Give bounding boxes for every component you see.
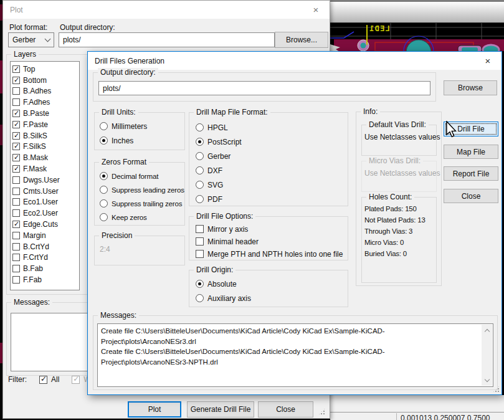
checkbox-icon	[196, 237, 204, 246]
default-vias-drill-label: Default Vias Drill:	[366, 120, 429, 130]
status-bar-separator	[396, 413, 397, 420]
radio-gerber[interactable]: Gerber	[196, 151, 344, 161]
layer-checkbox[interactable]	[12, 77, 20, 84]
plot-button[interactable]: Plot	[128, 401, 181, 418]
status-bar-divider	[330, 412, 504, 413]
layer-row[interactable]: Dwgs.User	[12, 174, 79, 186]
layer-checkbox[interactable]	[12, 176, 20, 184]
browse-button[interactable]: Browse...	[275, 32, 328, 48]
close-icon[interactable]: ×	[302, 1, 330, 19]
layer-row[interactable]: B.SilkS	[12, 130, 79, 141]
radio-auxiliary-axis[interactable]: Auxiliary axis	[196, 294, 344, 303]
layer-checkbox[interactable]	[12, 232, 20, 239]
layers-listbox[interactable]: Top Bottom B.Adhes F.Adhes B.Paste F.Pas…	[10, 61, 80, 290]
radio-dxf[interactable]: DXF	[196, 166, 344, 175]
radio-absolute[interactable]: Absolute	[196, 279, 344, 289]
layer-checkbox[interactable]	[12, 265, 20, 272]
radio-suppress-leading-zeros[interactable]: Suppress leading zeros	[100, 185, 183, 194]
layer-checkbox[interactable]	[12, 198, 20, 206]
layer-row[interactable]: B.Mask	[12, 152, 79, 163]
layer-checkbox[interactable]	[12, 143, 20, 150]
drill-output-directory-input[interactable]: plots/	[98, 81, 430, 95]
layer-row[interactable]: F.Adhes	[12, 97, 79, 108]
layer-row[interactable]: F.SilkS	[12, 141, 79, 153]
checkbox-merge-pth-npth[interactable]: Merge PTH and NPTH holes into one file	[196, 249, 345, 259]
scroll-down-icon[interactable]	[485, 376, 489, 386]
close-icon[interactable]: ×	[474, 52, 502, 70]
layer-row[interactable]: Top	[12, 64, 79, 75]
layer-row[interactable]: F.Fab	[12, 274, 79, 285]
drill-messages-box[interactable]: Create file C:\Users\BitteleUser\Documen…	[97, 323, 493, 387]
layer-row[interactable]: B.Adhes	[12, 86, 79, 97]
layer-checkbox[interactable]	[12, 276, 20, 284]
drill-dialog-titlebar[interactable]: Drill Files Generation ×	[88, 52, 502, 70]
output-directory-input[interactable]: plots/	[59, 32, 275, 47]
layer-row[interactable]: Eco2.User	[12, 208, 79, 219]
filter-label: Filter:	[8, 375, 27, 384]
layer-row[interactable]: Edge.Cuts	[12, 219, 79, 230]
messages-scrollbar[interactable]	[482, 325, 492, 386]
plot-format-dropdown[interactable]: Gerber	[8, 32, 54, 47]
output-directory-label: Output directory:	[60, 23, 115, 32]
drill-units-label: Drill Units:	[99, 108, 138, 117]
info-group: Info: Default Vias Drill: Use Netclasses…	[356, 112, 442, 286]
layer-label: B.Fab	[23, 264, 43, 273]
layer-checkbox[interactable]	[12, 188, 20, 195]
layer-row[interactable]: Margin	[12, 230, 79, 241]
layer-row[interactable]: Eco1.User	[12, 197, 79, 208]
resize-grip-icon[interactable]	[318, 408, 326, 416]
drill-messages-label: Messages:	[98, 311, 139, 320]
default-vias-drill-group: Default Vias Drill: Use Netclasses value…	[361, 125, 437, 156]
layer-checkbox[interactable]	[12, 254, 20, 261]
drill-origin-group: Drill Origin: Absolute Auxiliary axis	[189, 270, 348, 307]
generate-drill-file-button[interactable]: Generate Drill File	[187, 401, 254, 418]
plot-dialog-titlebar[interactable]: Plot ×	[3, 1, 330, 19]
radio-millimeters[interactable]: Millimeters	[100, 122, 181, 131]
radio-postscript[interactable]: PostScript	[196, 137, 344, 146]
layer-checkbox[interactable]	[12, 221, 20, 228]
layer-row[interactable]: F.Paste	[12, 119, 79, 130]
drill-origin-label: Drill Origin:	[194, 265, 235, 275]
filter-all-checkbox[interactable]	[39, 376, 47, 384]
drill-browse-button[interactable]: Browse	[444, 80, 497, 95]
layer-row[interactable]: B.Paste	[12, 108, 79, 119]
radio-svg[interactable]: SVG	[196, 180, 344, 189]
radio-label: DXF	[207, 166, 222, 175]
radio-hpgl[interactable]: HPGL	[196, 123, 344, 132]
layer-checkbox[interactable]	[12, 165, 20, 173]
checkbox-mirror-y-axis[interactable]: Mirror y axis	[196, 224, 345, 234]
holes-count-micro-vias: Micro Vias: 0	[364, 239, 436, 246]
layer-checkbox[interactable]	[12, 65, 20, 73]
plot-close-button[interactable]: Close	[258, 401, 313, 418]
radio-decimal-format[interactable]: Decimal format	[100, 171, 183, 181]
layer-row[interactable]: F.Mask	[12, 163, 79, 174]
layer-checkbox[interactable]	[12, 132, 20, 140]
layer-checkbox[interactable]	[12, 209, 20, 217]
layer-row[interactable]: B.Fab	[12, 263, 79, 274]
drill-dialog-close-button[interactable]: Close	[444, 189, 498, 203]
layer-checkbox[interactable]	[12, 243, 20, 251]
filter-warnings-checkbox[interactable]	[72, 376, 80, 384]
layer-checkbox[interactable]	[12, 121, 20, 128]
precision-label: Precision	[99, 231, 135, 241]
radio-keep-zeros[interactable]: Keep zeros	[100, 212, 183, 222]
layer-checkbox[interactable]	[12, 110, 20, 117]
layer-row[interactable]: Cmts.User	[12, 186, 79, 197]
checkbox-minimal-header[interactable]: Minimal header	[196, 237, 345, 246]
radio-label: Gerber	[207, 152, 231, 161]
layer-checkbox[interactable]	[12, 87, 20, 95]
layer-checkbox[interactable]	[12, 154, 20, 161]
scroll-up-icon[interactable]	[485, 325, 489, 335]
layer-checkbox[interactable]	[12, 98, 20, 106]
map-file-button[interactable]: Map File	[444, 145, 498, 159]
report-file-button[interactable]: Report File	[444, 166, 498, 181]
radio-icon	[100, 122, 108, 130]
layer-row[interactable]: Bottom	[12, 75, 79, 86]
layer-row[interactable]: F.CrtYd	[12, 252, 79, 264]
radio-label: PostScript	[207, 138, 242, 146]
radio-pdf[interactable]: PDF	[196, 194, 344, 204]
holes-count-buried-vias: Buried Vias: 0	[364, 250, 436, 257]
radio-suppress-trailing-zeros[interactable]: Suppress trailing zeros	[100, 199, 183, 208]
layer-row[interactable]: B.CrtYd	[12, 241, 79, 252]
radio-inches[interactable]: Inches	[100, 136, 181, 145]
